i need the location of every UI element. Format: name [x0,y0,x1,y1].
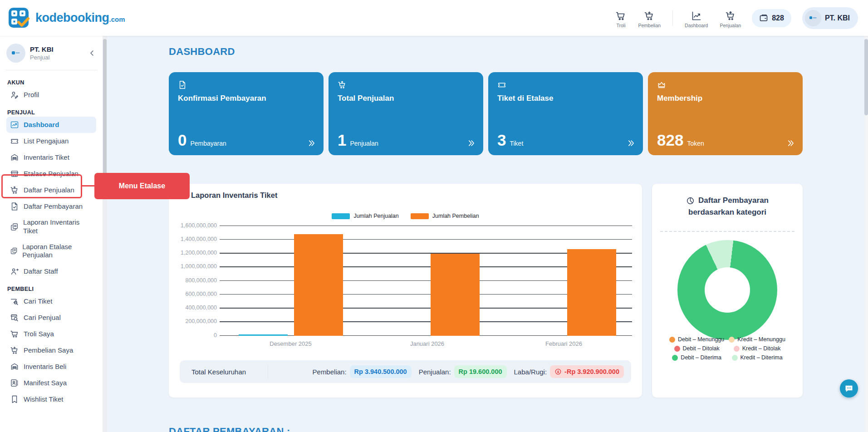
header-nav-dashboard[interactable]: Dashboard [685,8,708,28]
sidebar-item-inventaris-beli[interactable]: Inventaris Beli [6,358,96,375]
sidebar-item-profil[interactable]: Profil [6,87,96,103]
pie-chart-icon [686,196,695,205]
payments-by-category-panel: Daftar Pembayaran berdasarkan kategori D… [652,184,803,398]
summary-value-chip: Rp 19.600.000 [454,365,507,378]
sidebar-item-daftar-pembayaran[interactable]: Daftar Pembayaran [6,198,96,215]
summary-item-label: Laba/Rugi: [514,368,547,376]
sidebar-item-label: Daftar Pembayaran [24,202,83,211]
card-value: 0 [178,132,186,148]
header-nav-pembelian[interactable]: Pembelian [638,8,661,28]
sidebar-item-cari-tiket[interactable]: Cari Tiket [6,293,96,309]
header-nav-penjualan[interactable]: Penjualan [720,8,741,28]
legend-label: Debit – Ditolak [683,345,720,352]
legend-swatch [332,213,350,219]
bar-chart-x-labels: Desember 2025Januari 2026Februari 2026 [222,340,632,347]
sidebar-section-pembeli: PEMBELI [7,286,95,292]
donut-legend-debit-menunggu[interactable]: Debit – Menunggu [669,336,724,343]
dashed-divider [660,231,794,232]
x-axis-label: Februari 2026 [495,340,632,347]
sidebar-scrollbar-thumb[interactable] [103,39,107,189]
sidebar-section-penjual: PENJUAL [7,109,95,116]
page-title: DASHBOARD [169,46,803,58]
y-axis-label: 1,200,000,000 [181,250,217,256]
legend-item-jumlah-pembelian[interactable]: Jumlah Pembelian [411,213,479,219]
card-unit: Penjualan [350,140,378,147]
dashboard-icon [10,120,19,129]
stat-card-total-penjualan[interactable]: Total Penjualan1Penjualan [329,72,483,155]
header-nav-troli[interactable]: Troli [615,8,626,28]
stat-card-tiket-di-etalase[interactable]: Tiket di Etalase3Tiket [488,72,643,155]
wallet-icon [759,14,768,23]
sidebar-item-label: Pembelian Saya [24,346,73,355]
inventory-icon [10,153,19,162]
bar-group-3 [495,226,632,336]
sidebar-item-inventaris-tiket[interactable]: Inventaris Tiket [6,149,96,166]
card-value: 3 [497,132,506,148]
sidebar-item-dashboard[interactable]: Dashboard [6,117,96,133]
wallet-icon [759,14,768,23]
card-unit: Token [687,140,704,147]
header-nav-label: Troli [616,23,625,28]
logo-text: kodebooking [35,11,109,25]
stat-card-membership[interactable]: Membership828Token [648,72,803,155]
sidebar-item-label: Laporan Etalase Penjualan [22,243,93,260]
sidebar-item-wishlist-tiket[interactable]: Wishlist Tiket [6,391,96,407]
card-unit: Pembayaran [190,140,226,147]
account-menu[interactable]: PT. KBI [802,7,858,29]
arrow-down-circle-icon [554,368,562,375]
totals-label: Total Keseluruhan [191,368,268,376]
token-balance-pill[interactable]: 828 [752,9,791,27]
y-axis-label: 600,000,000 [185,291,217,297]
card-title: Membership [657,94,794,103]
id-card-icon [10,378,19,388]
inventory-report-panel: Laporan Inventaris Tiket Jumlah Penjuala… [169,184,642,398]
legend-label: Jumlah Penjualan [353,213,398,219]
bars-layer [222,226,632,336]
sidebar-item-laporan-inventaris-tiket[interactable]: Laporan Inventaris Tiket [6,215,96,239]
y-axis-label: 0 [214,332,217,339]
donut-legend-kredit-diterima[interactable]: Kredit – Diterima [729,354,785,361]
donut-legend-kredit-menunggu[interactable]: Kredit – Menunggu [729,336,785,343]
sidebar-collapse-button[interactable] [88,49,96,57]
sidebar-item-pembelian-saya[interactable]: Pembelian Saya [6,342,96,358]
summary-value-chip: -Rp 3.920.900.000 [550,365,624,378]
top-header: kodebooking.com TroliPembelianDashboardP… [0,0,868,36]
sidebar-item-label: Inventaris Beli [24,363,66,371]
sidebar-item-label: Cari Tiket [24,297,52,306]
chat-button[interactable] [840,379,858,398]
bar-chart-legend: Jumlah PenjualanJumlah Pembelian [169,213,642,219]
kodebooking-logo-icon [8,7,30,29]
sidebar-item-laporan-etalase-penjualan[interactable]: Laporan Etalase Penjualan [6,239,96,264]
y-axis-label: 400,000,000 [185,304,217,311]
donut-legend: Debit – MenungguKredit – MenungguDebit –… [652,336,803,361]
donut-legend-kredit-ditolak[interactable]: Kredit – Ditolak [729,345,785,352]
cart-icon [10,329,19,339]
bar-jumlah-pembelian [294,234,343,336]
bar-group-2 [359,226,495,336]
summary-item-red: Laba/Rugi:-Rp 3.920.900.000 [514,365,624,378]
header-nav-label: Dashboard [685,23,708,28]
legend-label: Debit – Diterima [681,354,721,361]
sidebar-item-list-pengajuan[interactable]: List Pengajuan [6,133,96,149]
legend-item-jumlah-penjualan[interactable]: Jumlah Penjualan [332,213,398,219]
bar-chart-plot: 0200,000,000400,000,000600,000,000800,00… [222,226,632,336]
document-check-icon [10,202,19,211]
sidebar-item-troli-saya[interactable]: Troli Saya [6,326,96,342]
sidebar-item-manifest-saya[interactable]: Manifest Saya [6,375,96,391]
stat-card-konfirmasi-pembayaran[interactable]: Konfirmasi Pembayaran0Pembayaran [169,72,324,155]
cart-up-icon [338,80,347,89]
donut-legend-debit-diterima[interactable]: Debit – Diterima [669,354,724,361]
bar-jumlah-penjualan [239,334,288,336]
line-chart-icon [691,10,702,21]
profile-icon [10,90,19,99]
logo[interactable]: kodebooking.com [0,7,125,29]
sidebar-item-cari-penjual[interactable]: Cari Penjual [6,309,96,326]
totals-row: Total Keseluruhan Pembelian:Rp 3.940.500… [180,360,631,383]
summary-value-chip: Rp 3.940.500.000 [350,365,412,378]
etalase-callout: Menu Etalase [94,173,190,199]
user-name: PT. KBI [30,45,54,53]
sidebar-item-daftar-staff[interactable]: Daftar Staff [6,263,96,280]
ticket-icon [497,80,506,89]
donut-legend-debit-ditolak[interactable]: Debit – Ditolak [669,345,724,352]
y-axis-label: 1,600,000,000 [181,222,217,229]
